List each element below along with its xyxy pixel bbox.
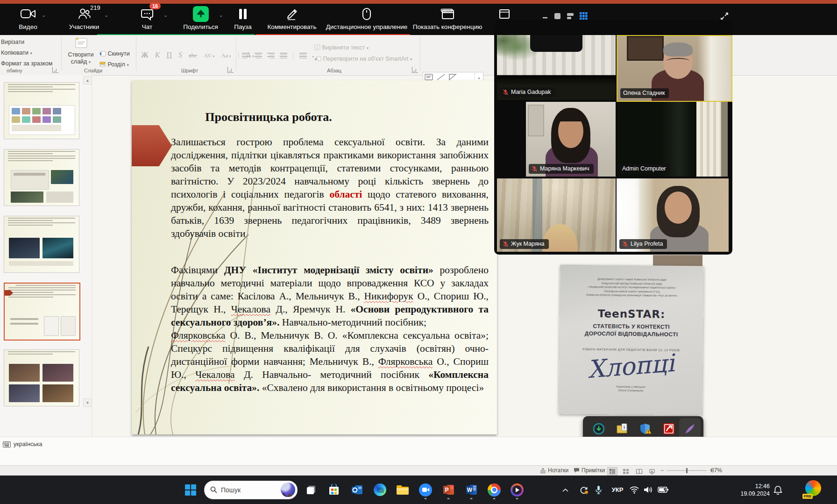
media-player-icon[interactable] [508,480,526,500]
folder-info-icon[interactable]: i [616,422,629,435]
battery-icon[interactable] [658,476,669,504]
slide-thumbnail-3[interactable] [4,216,79,273]
download-manager-icon[interactable] [592,422,605,435]
speaker-view-icon[interactable] [554,13,561,20]
text-shadow-button[interactable]: S [178,51,182,59]
align-text-button[interactable]: Вирівняти текст ▾ [314,44,369,51]
copilot-button[interactable]: PRE [805,480,821,496]
character-spacing-button[interactable]: AV ▾ [204,52,214,59]
chevron-down-icon[interactable]: ⌄ [42,12,46,18]
tray-chevron-button[interactable] [557,476,574,504]
red-export-app-icon[interactable] [662,422,675,435]
align-center-icon[interactable] [255,52,262,58]
document-subtitle: СТАТЕВІСТЬ У КОНТЕКСТІ ДОРОСЛОЇ ВІДПОВІД… [582,322,681,338]
chevron-down-icon[interactable]: ⌄ [163,12,168,18]
clipboard-dialog-launcher[interactable] [52,67,58,73]
notes-button[interactable]: Нотатки [540,467,568,474]
convert-smartart-button[interactable]: Перетворити на об'єкт SmartArt ▾ [314,56,412,62]
zoom-app-icon[interactable] [416,480,435,500]
start-button[interactable] [181,480,200,500]
align-right-icon[interactable] [267,52,275,58]
slide-thumbnail-1[interactable] [4,82,79,139]
chrome-icon[interactable] [485,480,504,500]
video-tile-olena[interactable]: Олена Стадник [617,35,732,102]
copy-button[interactable]: Копіювати ▾ [1,50,32,56]
chat-button[interactable]: 16 ⌄ Чат [133,5,161,30]
reset-slide-button[interactable]: Скинути [99,50,130,57]
share-icon [193,6,209,22]
security-shield-warning-icon[interactable] [639,422,652,435]
comments-button[interactable]: Примітки [574,467,605,474]
microphone-tray-icon[interactable] [595,476,602,504]
language-status[interactable]: українська [3,441,42,447]
video-button[interactable]: ⌄ Видео [9,5,47,30]
video-tile-lilya[interactable]: Lilya Profeta [617,178,729,252]
slide-thumbnail-2[interactable] [4,149,79,206]
reset-icon [99,50,106,57]
svg-text:i: i [624,425,625,430]
zoom-slider-handle[interactable] [686,468,688,473]
microsoft-store-icon[interactable] [325,480,343,500]
slide-thumbnail-4-selected[interactable] [4,283,80,341]
video-tile-zhuk[interactable]: Жук Маряна [497,178,616,252]
search-box[interactable]: Пошук [204,481,298,499]
video-tile-admin[interactable]: Admin Computer [617,102,728,177]
thumbnails-scroll-down[interactable]: ▼ [83,398,92,407]
wifi-icon[interactable] [630,476,639,504]
strikethrough-button[interactable]: abc [189,52,197,59]
bold-button[interactable]: Ж [141,51,149,59]
participants-icon: 219 ⌄ [77,5,91,23]
chevron-down-icon[interactable]: ⌄ [219,12,223,18]
new-slide-button[interactable]: Створити слайд ▾ [65,36,96,66]
reading-view-button[interactable] [634,468,644,475]
line-spacing-icon[interactable] [299,52,307,58]
section-button[interactable]: Розділ ▾ [99,61,129,68]
volume-icon[interactable] [644,476,653,504]
file-explorer-icon[interactable] [393,480,412,500]
participant-name-tag: Жук Маряна [500,239,549,249]
minimize-icon[interactable] [542,13,548,20]
video-tile-maria[interactable]: Maria Gadupak [497,35,616,100]
slide-thumbnail-5[interactable] [4,349,79,406]
show-conference-button[interactable]: Показать конференцию [410,5,485,30]
italic-button[interactable]: К [155,51,160,59]
cut-button[interactable]: Вирізати [1,39,24,45]
participant-name-tag: Admin Computer [619,164,670,174]
font-dialog-launcher[interactable] [227,67,234,73]
word-icon[interactable]: W [462,480,481,500]
notifications-bell[interactable] [773,476,782,504]
annotate-button[interactable]: Комментировать [259,5,325,30]
remote-control-button[interactable]: Дистанционное управление [327,5,406,30]
strip-view-icon[interactable] [567,13,574,20]
search-icon [210,486,217,493]
zoom-percentage[interactable]: 87% [711,467,722,474]
thumbnails-scroll-up[interactable]: ▲ [83,76,92,85]
align-text-icon [314,44,320,50]
task-view-button[interactable] [302,480,320,500]
video-tile-mariana[interactable]: Маряна Маркевич [526,102,616,177]
participants-button[interactable]: 219 ⌄ Участники [63,5,105,30]
update-sync-icon[interactable] [579,476,589,504]
paragraph-dialog-launcher[interactable] [412,67,418,73]
pause-icon [238,5,248,23]
powerpoint-icon[interactable]: P [439,480,458,500]
justify-icon[interactable] [280,52,287,58]
align-left-icon[interactable] [242,52,249,58]
outlook-icon[interactable] [348,480,366,500]
share-screen-button[interactable]: ⌄ Поделиться [178,5,223,30]
slide-canvas[interactable]: Просвітницька робота. Залишається гостро… [132,80,497,434]
new-slide-icon [74,36,88,50]
slide-sorter-view-button[interactable] [621,468,631,475]
normal-view-button[interactable] [607,467,617,476]
underline-button[interactable]: П [166,51,172,59]
clock[interactable]: 12:46 19.09.2024 [725,476,770,504]
change-case-button[interactable]: Aa ▾ [221,52,231,59]
format-painter-button[interactable]: Формат за зразком [1,60,52,67]
pause-share-button[interactable]: Пауза [229,5,257,30]
language-indicator[interactable]: УКР [608,476,627,504]
slideshow-view-button[interactable] [647,468,657,475]
chevron-down-icon[interactable]: ⌄ [104,12,108,18]
edge-icon[interactable] [370,480,389,500]
gallery-view-icon[interactable] [580,12,588,20]
zoom-slider[interactable]: − + [658,467,716,474]
